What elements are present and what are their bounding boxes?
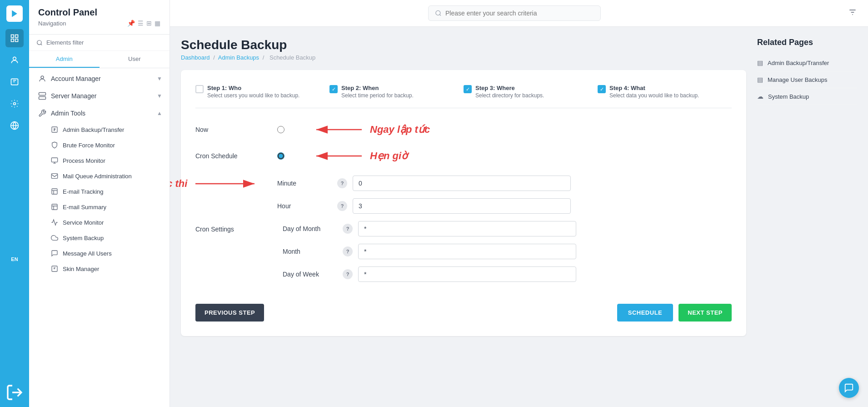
- sub-item-mail-queue[interactable]: Mail Queue Administration: [29, 168, 170, 184]
- main-card: Step 1: Who Select users you would like …: [181, 70, 746, 336]
- nav-icon-globe[interactable]: [5, 116, 24, 135]
- sub-item-brute-force[interactable]: Brute Force Monitor: [29, 137, 170, 153]
- sub-item-skin-manager[interactable]: Skin Manager: [29, 261, 170, 276]
- prev-step-button[interactable]: PREVIOUS STEP: [195, 304, 264, 322]
- now-radio-option[interactable]: [277, 126, 284, 133]
- svg-point-24: [436, 10, 440, 15]
- svg-marker-0: [12, 10, 17, 17]
- minute-help[interactable]: ?: [337, 178, 347, 188]
- svg-point-5: [13, 57, 16, 60]
- search-icon: [36, 40, 43, 46]
- hour-input[interactable]: [353, 198, 571, 214]
- sidebar: Control Panel Navigation 📌 ☰ ⊞ ▦ Element…: [29, 0, 170, 407]
- dom-help[interactable]: ?: [343, 224, 353, 234]
- breadcrumb-dashboard[interactable]: Dashboard: [181, 54, 210, 61]
- step-4-desc: Select data you would like to backup.: [609, 92, 699, 99]
- sub-item-label-6: E-mail Summary: [63, 204, 106, 211]
- cron-radio[interactable]: [277, 152, 284, 160]
- tab-user[interactable]: User: [100, 51, 170, 68]
- logout-icon[interactable]: [5, 383, 24, 402]
- user-icon: [38, 75, 46, 83]
- minute-input[interactable]: [353, 176, 571, 191]
- step-3-check: [464, 85, 472, 93]
- dom-input[interactable]: [358, 221, 576, 236]
- nav-icon-contact[interactable]: [5, 73, 24, 91]
- pin-icon[interactable]: 📌: [127, 20, 135, 27]
- svg-rect-20: [51, 174, 57, 179]
- cron-radio-option[interactable]: [277, 152, 284, 160]
- icon-bar: EN: [0, 0, 29, 407]
- sub-item-label-3: Process Monitor: [63, 157, 105, 164]
- svg-rect-12: [39, 93, 46, 95]
- step-3: Step 3: Where Select directory for backu…: [464, 85, 598, 99]
- svg-point-11: [41, 76, 44, 79]
- list-icon[interactable]: ☰: [138, 20, 144, 27]
- sub-item-label-7: Service Monitor: [63, 219, 104, 226]
- month-input[interactable]: [358, 244, 576, 259]
- sub-item-message-users[interactable]: Message All Users: [29, 246, 170, 261]
- sub-item-email-tracking[interactable]: E-mail Tracking: [29, 184, 170, 199]
- logo-button[interactable]: [6, 5, 23, 22]
- sub-item-label-8: System Backup: [63, 235, 104, 241]
- month-help[interactable]: ?: [343, 246, 353, 256]
- cloud-icon: [51, 234, 58, 241]
- dom-label: Day of Month: [283, 225, 337, 232]
- search-box[interactable]: [428, 5, 601, 21]
- svg-rect-17: [51, 158, 57, 162]
- now-radio[interactable]: [277, 126, 284, 133]
- elements-filter-label: Elements filter: [46, 39, 84, 46]
- steps-row: Step 1: Who Select users you would like …: [195, 85, 732, 108]
- tab-admin[interactable]: Admin: [29, 51, 100, 68]
- grid-icon[interactable]: ⊞: [146, 20, 152, 27]
- sub-item-admin-backup[interactable]: Admin Backup/Transfer: [29, 122, 170, 137]
- sub-item-service-monitor[interactable]: Service Monitor: [29, 215, 170, 230]
- table-icon[interactable]: ▦: [155, 20, 160, 27]
- sub-item-system-backup[interactable]: System Backup: [29, 230, 170, 246]
- sub-item-label: Admin Backup/Transfer: [63, 126, 124, 133]
- related-title: Related Pages: [757, 38, 857, 47]
- sidebar-item-server-manager[interactable]: Server Manager ▼: [29, 87, 170, 105]
- sub-item-email-summary[interactable]: E-mail Summary: [29, 199, 170, 215]
- sidebar-header: Control Panel Navigation 📌 ☰ ⊞ ▦: [29, 0, 170, 35]
- breadcrumb-current: Schedule Backup: [269, 54, 315, 61]
- step-2-check: [329, 85, 338, 93]
- nav-icon-grid[interactable]: [5, 29, 24, 47]
- svg-point-10: [37, 40, 41, 44]
- hour-help[interactable]: ?: [337, 201, 347, 211]
- nav-icon-user[interactable]: [5, 51, 24, 69]
- skin-icon: [51, 265, 58, 272]
- step-2-desc: Select time period for backup.: [341, 92, 414, 99]
- chevron-up-icon: ▲: [157, 110, 162, 116]
- related-admin-backup[interactable]: ▤ Admin Backup/Transfer: [757, 55, 857, 71]
- menu-section: Account Manager ▼ Server Manager ▼ Admin…: [29, 68, 170, 278]
- arrow-cron: [312, 149, 366, 163]
- sub-item-label-9: Message All Users: [63, 250, 112, 257]
- process-icon: [51, 157, 58, 164]
- language-label[interactable]: EN: [11, 256, 18, 262]
- dow-help[interactable]: ?: [343, 269, 353, 279]
- nav-label: Navigation: [38, 20, 66, 27]
- schedule-button[interactable]: SCHEDULE: [617, 304, 673, 322]
- cron-label: Cron Schedule: [195, 152, 238, 160]
- related-label-2: Manage User Backups: [768, 76, 828, 83]
- sub-item-process-monitor[interactable]: Process Monitor: [29, 153, 170, 168]
- elements-filter[interactable]: Elements filter: [29, 35, 170, 51]
- related-icon-1: ▤: [757, 59, 763, 66]
- admin-tools-label: Admin Tools: [51, 110, 152, 117]
- related-manage-backups[interactable]: ▤ Manage User Backups: [757, 71, 857, 88]
- sidebar-item-admin-tools[interactable]: Admin Tools ▲: [29, 105, 170, 122]
- annotation-cron: Hẹn giờ: [370, 150, 407, 162]
- nav-icon-settings[interactable]: [5, 95, 24, 113]
- related-system-backup[interactable]: ☁ System Backup: [757, 88, 857, 105]
- search-input[interactable]: [445, 10, 594, 17]
- service-icon: [51, 219, 58, 226]
- sub-item-label-2: Brute Force Monitor: [63, 142, 115, 149]
- filter-icon[interactable]: [848, 8, 857, 19]
- corner-widget[interactable]: [839, 378, 859, 398]
- svg-rect-13: [39, 97, 46, 100]
- breadcrumb-admin-backups[interactable]: Admin Backups: [218, 54, 259, 61]
- dow-input[interactable]: [358, 266, 576, 282]
- sidebar-item-account-manager[interactable]: Account Manager ▼: [29, 70, 170, 87]
- related-label-3: System Backup: [768, 93, 809, 100]
- next-step-button[interactable]: NEXT STEP: [678, 304, 732, 322]
